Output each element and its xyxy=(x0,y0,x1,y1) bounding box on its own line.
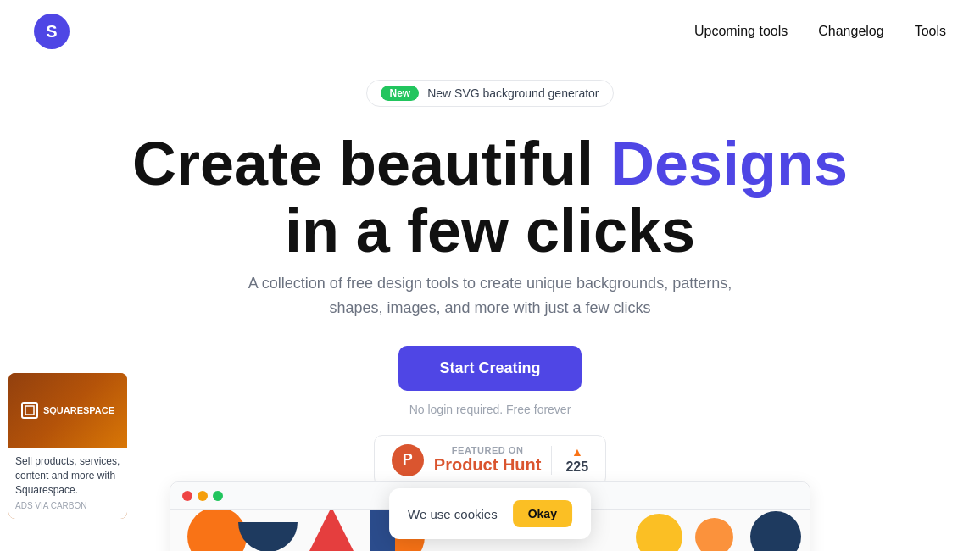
shape-orange-small xyxy=(695,518,733,552)
ads-via-label: ADS VIA CARBON xyxy=(15,500,120,512)
shape-orange-circle xyxy=(187,510,247,551)
hero-title-highlight: Designs xyxy=(610,130,848,198)
logo-circle: S xyxy=(34,14,70,49)
product-hunt-text: FEATURED ON Product Hunt xyxy=(434,445,542,475)
shape-yellow-circle xyxy=(636,514,682,552)
product-hunt-icon: P xyxy=(392,444,424,476)
product-hunt-badge[interactable]: P FEATURED ON Product Hunt ▲ 225 xyxy=(374,435,606,486)
shape-navy-semicircle xyxy=(238,522,298,552)
ph-name: Product Hunt xyxy=(434,455,542,475)
nav-upcoming-tools[interactable]: Upcoming tools xyxy=(694,24,788,39)
svg-rect-0 xyxy=(25,406,34,415)
hero-title-part1: Create beautiful xyxy=(132,130,610,198)
browser-dot-green xyxy=(213,491,223,501)
hero-subtitle: A collection of free design tools to cre… xyxy=(236,271,744,320)
start-creating-button[interactable]: Start Creating xyxy=(398,346,581,391)
squarespace-brand: SQUARESPACE xyxy=(43,405,114,415)
squarespace-icon xyxy=(21,402,38,419)
hero-section: New New SVG background generator Create … xyxy=(0,63,980,486)
squarespace-logo: SQUARESPACE xyxy=(21,402,114,419)
nav-tools[interactable]: Tools xyxy=(915,24,946,39)
new-badge-description: New SVG background generator xyxy=(427,86,599,100)
logo[interactable]: S xyxy=(34,14,70,49)
nav-changelog[interactable]: Changelog xyxy=(818,24,883,39)
header: S Upcoming tools Changelog Tools xyxy=(0,0,980,63)
ad-body-text: Sell products, services, content and mor… xyxy=(15,454,120,497)
ph-featured-label: FEATURED ON xyxy=(434,445,542,455)
shape-navy-arc xyxy=(750,511,801,551)
ph-icon-letter: P xyxy=(403,451,413,469)
no-login-text: No login required. Free forever xyxy=(409,403,571,416)
new-badge-label: New xyxy=(381,86,419,101)
ad-panel[interactable]: SQUARESPACE Sell products, services, con… xyxy=(8,373,127,519)
browser-dot-yellow xyxy=(198,491,208,501)
ad-image: SQUARESPACE xyxy=(8,373,127,448)
ph-vote-count: 225 xyxy=(565,459,588,475)
logo-letter: S xyxy=(46,22,57,42)
ad-body: Sell products, services, content and mor… xyxy=(8,448,127,519)
cookie-banner: We use cookies Okay xyxy=(389,488,591,539)
ph-votes: ▲ 225 xyxy=(551,446,588,475)
hero-title: Create beautiful Designs in a few clicks xyxy=(132,131,848,264)
main-nav: Upcoming tools Changelog Tools xyxy=(694,24,946,39)
cookie-message: We use cookies xyxy=(408,507,498,521)
new-badge-container[interactable]: New New SVG background generator xyxy=(366,80,613,107)
hero-title-part2: in a few clicks xyxy=(285,197,695,264)
ph-arrow-icon: ▲ xyxy=(571,446,583,458)
shape-red-triangle xyxy=(302,510,361,551)
browser-dot-red xyxy=(182,491,192,501)
cookie-okay-button[interactable]: Okay xyxy=(513,500,572,527)
